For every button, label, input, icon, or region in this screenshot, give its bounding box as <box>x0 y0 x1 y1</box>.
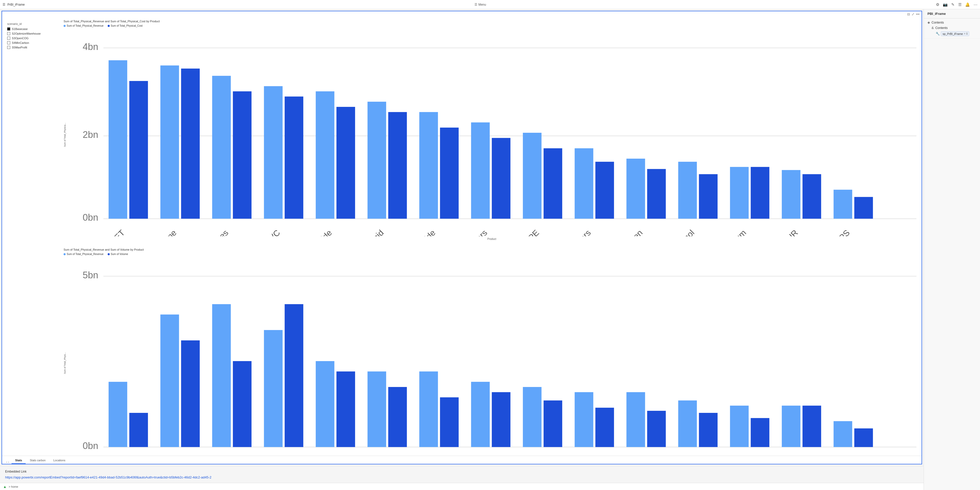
tab-stats-carbon[interactable]: Stats carbon <box>26 457 49 464</box>
svg-rect-63 <box>316 361 334 447</box>
sp-tag-close-icon[interactable]: × <box>964 32 966 35</box>
svg-rect-57 <box>161 315 179 447</box>
svg-rect-15 <box>336 107 355 219</box>
svg-rect-19 <box>440 127 458 219</box>
chart1-legend-item-0: Sum of Total_Physical_Revenue <box>64 24 103 27</box>
chart2-svg: 5bn 0bn <box>67 258 916 456</box>
svg-rect-22 <box>523 133 542 219</box>
svg-text:PUR: PUR <box>781 228 800 236</box>
svg-text:Nitros Oxide: Nitros Oxide <box>398 228 437 236</box>
svg-rect-34 <box>834 189 852 219</box>
svg-rect-77 <box>678 401 697 447</box>
svg-text:Helium: Helium <box>723 228 748 236</box>
chart-main: scenario_id S1Basecase S2OptimizeWarehou… <box>2 17 921 456</box>
svg-rect-66 <box>388 387 407 447</box>
svg-text:Glycol Ethers: Glycol Ethers <box>551 228 592 236</box>
svg-rect-18 <box>419 112 438 219</box>
legend-panel: scenario_id S1Basecase S2OptimizeWarehou… <box>2 17 59 456</box>
topbar-right: ⚙ 📷 ✎ ☰ 🔔 ⋯ <box>936 2 977 7</box>
chart1-x-label: Product <box>67 237 916 240</box>
more-options-icon[interactable]: ••• <box>916 12 920 16</box>
svg-rect-73 <box>575 392 593 447</box>
svg-rect-61 <box>264 330 283 447</box>
topbar: ☰ PrBI_iFrame ☰ Menu ⚙ 📷 ✎ ☰ 🔔 ⋯ <box>0 0 980 9</box>
legend-label-3: S4MinCarbon <box>12 41 29 45</box>
legend-label-0: S1Basecase <box>12 27 28 30</box>
legend-title: scenario_id <box>7 22 53 25</box>
legend-item-0: S1Basecase <box>7 27 53 30</box>
chart2-legend-label-0: Sum of Total_Physical_Revenue <box>67 253 103 256</box>
svg-text:Carbon dioxide: Carbon dioxide <box>288 228 334 236</box>
legend-item-1: S2OptimizeWarehouse <box>7 32 53 35</box>
svg-rect-17 <box>388 112 407 219</box>
svg-rect-78 <box>699 413 718 447</box>
expand-icon[interactable]: ⤢ <box>912 12 915 16</box>
topbar-menu[interactable]: ☰ Menu <box>474 3 486 6</box>
legend-label-2: S3OpenCOG <box>12 37 29 40</box>
filter-icon[interactable]: ⊟ <box>907 12 910 16</box>
svg-text:PVC: PVC <box>263 228 282 236</box>
chart1-title: Sum of Total_Physical_Revenue and Sum of… <box>64 20 916 23</box>
svg-rect-59 <box>212 304 231 447</box>
svg-rect-81 <box>782 406 800 447</box>
iframe-panel: ⊟ ⤢ ••• scenario_id S1Basecase S2Optimiz… <box>2 11 922 465</box>
svg-rect-56 <box>129 413 148 447</box>
tab-nav[interactable]: ‹ › <box>6 460 9 464</box>
svg-rect-14 <box>316 91 334 219</box>
chart1-area: 4bn 2bn 0bn <box>67 29 916 240</box>
content-area: ⊟ ⤢ ••• scenario_id S1Basecase S2Optimiz… <box>0 9 924 490</box>
tab-stats[interactable]: Stats <box>11 457 25 464</box>
status-bar: ▲ > home <box>0 483 924 490</box>
topbar-left: ☰ PrBI_iFrame <box>3 3 25 6</box>
chart2-legend-item-1: Sum of Volume <box>108 253 128 256</box>
legend-item-3: S4MinCarbon <box>7 41 53 45</box>
svg-rect-62 <box>285 304 303 447</box>
list-icon[interactable]: ☰ <box>958 2 961 7</box>
rp-contents-header: ◈ Contents <box>928 21 977 24</box>
chart1-legend-item-1: Sum of Total_Physical_Cost <box>108 24 143 27</box>
svg-rect-76 <box>647 411 666 447</box>
svg-rect-6 <box>109 60 127 219</box>
svg-rect-9 <box>181 69 200 219</box>
chart2-legend: Sum of Total_Physical_Revenue Sum of Vol… <box>64 253 916 256</box>
tab-locations[interactable]: Locations <box>50 457 69 464</box>
legend-item-2: S3OpenCOG <box>7 37 53 40</box>
camera-icon[interactable]: 📷 <box>943 2 948 7</box>
svg-rect-12 <box>264 86 283 219</box>
svg-text:Propanol: Propanol <box>666 228 696 236</box>
hamburger-icon[interactable]: ☰ <box>3 3 5 6</box>
bell-icon[interactable]: 🔔 <box>965 2 970 7</box>
embedded-label: Embedded Link <box>5 470 918 473</box>
svg-rect-71 <box>523 387 542 447</box>
svg-rect-55 <box>109 382 127 447</box>
status-label: > home <box>9 485 18 488</box>
legend-label-4: S5MaxProfit <box>12 46 27 49</box>
svg-text:Hydrogen: Hydrogen <box>612 228 644 236</box>
svg-rect-82 <box>803 406 821 447</box>
embedded-url[interactable]: https://app.powerbi.com/reportEmbed?repo… <box>5 476 918 479</box>
rp-contents-sub-header: & Contents <box>932 26 977 30</box>
svg-text:5bn: 5bn <box>83 270 99 280</box>
iframe-toolbar: ⊟ ⤢ ••• <box>2 11 921 17</box>
legend-box-2 <box>7 37 10 40</box>
settings-icon[interactable]: ⚙ <box>936 2 939 7</box>
svg-rect-32 <box>782 170 800 219</box>
svg-rect-67 <box>419 371 438 447</box>
svg-rect-64 <box>336 371 355 447</box>
svg-rect-23 <box>544 148 562 219</box>
svg-rect-16 <box>368 102 386 219</box>
svg-rect-72 <box>544 401 562 447</box>
svg-rect-13 <box>285 97 303 219</box>
chart1-legend-label-0: Sum of Total_Physical_Revenue <box>67 24 103 27</box>
sp-tag-info-icon[interactable]: ℹ <box>966 32 967 35</box>
more-icon[interactable]: ⋯ <box>974 2 977 7</box>
svg-rect-25 <box>595 162 614 219</box>
svg-rect-31 <box>751 167 770 219</box>
rp-contents-icon: ◈ <box>928 21 930 24</box>
charts-container: Sum of Total_Physical_Revenue and Sum of… <box>59 17 921 456</box>
edit-icon[interactable]: ✎ <box>951 2 955 7</box>
embedded-section: Embedded Link https://app.powerbi.com/re… <box>0 466 924 483</box>
chart1-legend: Sum of Total_Physical_Revenue Sum of Tot… <box>64 24 916 27</box>
menu-icon: ☰ <box>474 3 477 6</box>
svg-rect-26 <box>627 159 645 219</box>
